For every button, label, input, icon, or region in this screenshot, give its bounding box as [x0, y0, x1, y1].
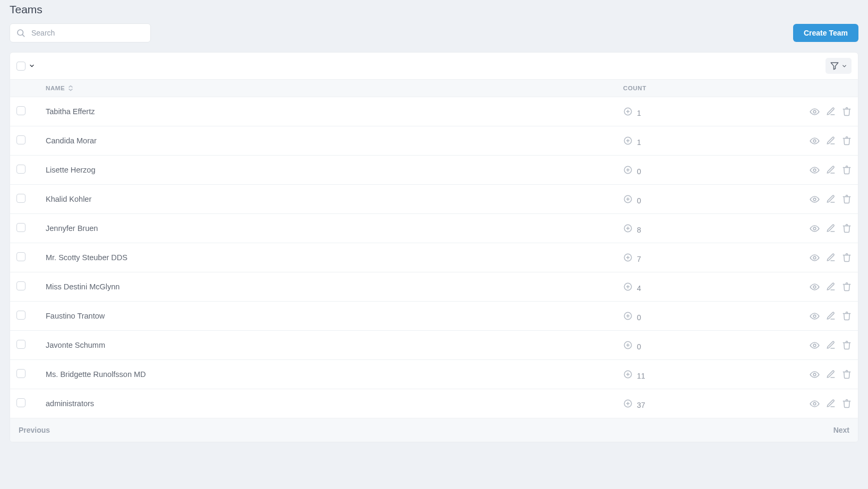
team-name[interactable]: Faustino Trantow: [46, 312, 105, 320]
team-name[interactable]: Mr. Scotty Steuber DDS: [46, 253, 127, 262]
view-icon[interactable]: [810, 224, 820, 234]
view-icon[interactable]: [810, 340, 820, 350]
search-wrap: [10, 23, 151, 42]
team-name[interactable]: Javonte Schumm: [46, 341, 105, 349]
svg-marker-2: [831, 63, 838, 70]
delete-icon[interactable]: [842, 340, 852, 350]
team-name[interactable]: Candida Morar: [46, 136, 97, 145]
add-member-icon[interactable]: [623, 224, 633, 233]
edit-icon[interactable]: [826, 136, 836, 146]
table-row: Mr. Scotty Steuber DDS7: [10, 243, 858, 272]
svg-point-38: [813, 344, 816, 347]
table-header: Name Count: [10, 79, 858, 97]
row-checkbox[interactable]: [16, 340, 25, 349]
row-checkbox[interactable]: [16, 252, 25, 261]
sort-icon[interactable]: [68, 85, 73, 91]
edit-icon[interactable]: [826, 370, 836, 380]
svg-point-34: [813, 315, 816, 318]
select-all-checkbox[interactable]: [16, 62, 25, 71]
row-checkbox[interactable]: [16, 398, 25, 407]
delete-icon[interactable]: [842, 311, 852, 321]
svg-point-30: [813, 286, 816, 288]
view-icon[interactable]: [810, 107, 820, 117]
svg-point-14: [813, 169, 816, 171]
edit-icon[interactable]: [826, 224, 836, 234]
count-value: 11: [637, 372, 645, 380]
search-input[interactable]: [10, 23, 151, 42]
add-member-icon[interactable]: [623, 194, 633, 204]
header-name[interactable]: Name: [46, 85, 65, 91]
add-member-icon[interactable]: [623, 399, 633, 408]
view-icon[interactable]: [810, 194, 820, 204]
delete-icon[interactable]: [842, 136, 852, 146]
delete-icon[interactable]: [842, 282, 852, 292]
team-name[interactable]: administrators: [46, 399, 94, 408]
add-member-icon[interactable]: [623, 370, 633, 379]
row-checkbox[interactable]: [16, 135, 25, 144]
edit-icon[interactable]: [826, 311, 836, 321]
view-icon[interactable]: [810, 165, 820, 175]
edit-icon[interactable]: [826, 340, 836, 350]
view-icon[interactable]: [810, 136, 820, 146]
add-member-icon[interactable]: [623, 311, 633, 321]
row-checkbox[interactable]: [16, 194, 25, 203]
delete-icon[interactable]: [842, 107, 852, 117]
view-icon[interactable]: [810, 311, 820, 321]
table-row: Tabitha Effertz1: [10, 97, 858, 126]
card-top: [10, 53, 858, 79]
add-member-icon[interactable]: [623, 340, 633, 350]
svg-line-1: [22, 35, 24, 37]
delete-icon[interactable]: [842, 165, 852, 175]
view-icon[interactable]: [810, 399, 820, 409]
count-value: 0: [637, 313, 641, 322]
add-member-icon[interactable]: [623, 282, 633, 291]
select-all-menu-toggle[interactable]: [29, 63, 35, 69]
view-icon[interactable]: [810, 253, 820, 263]
delete-icon[interactable]: [842, 399, 852, 409]
edit-icon[interactable]: [826, 399, 836, 409]
row-checkbox[interactable]: [16, 165, 25, 174]
count-value: 1: [637, 109, 641, 117]
delete-icon[interactable]: [842, 194, 852, 204]
row-checkbox[interactable]: [16, 106, 25, 115]
header-count: Count: [623, 85, 646, 91]
previous-link[interactable]: Previous: [19, 426, 50, 434]
team-name[interactable]: Jennyfer Bruen: [46, 224, 98, 233]
team-name[interactable]: Miss Destini McGlynn: [46, 282, 120, 291]
table-row: Miss Destini McGlynn4: [10, 272, 858, 302]
table-row: Jennyfer Bruen8: [10, 214, 858, 243]
add-member-icon[interactable]: [623, 107, 633, 116]
team-name[interactable]: Lisette Herzog: [46, 166, 96, 174]
svg-point-22: [813, 227, 816, 230]
view-icon[interactable]: [810, 282, 820, 292]
delete-icon[interactable]: [842, 370, 852, 380]
view-icon[interactable]: [810, 370, 820, 380]
delete-icon[interactable]: [842, 253, 852, 263]
table-row: Lisette Herzog0: [10, 156, 858, 185]
team-name[interactable]: Tabitha Effertz: [46, 107, 95, 116]
row-checkbox[interactable]: [16, 369, 25, 378]
edit-icon[interactable]: [826, 107, 836, 117]
row-checkbox[interactable]: [16, 281, 25, 290]
add-member-icon[interactable]: [623, 253, 633, 262]
edit-icon[interactable]: [826, 253, 836, 263]
svg-point-10: [813, 140, 816, 142]
add-member-icon[interactable]: [623, 136, 633, 145]
delete-icon[interactable]: [842, 224, 852, 234]
add-member-icon[interactable]: [623, 165, 633, 175]
team-name[interactable]: Khalid Kohler: [46, 195, 91, 203]
row-checkbox[interactable]: [16, 311, 25, 320]
count-value: 0: [637, 342, 641, 351]
edit-icon[interactable]: [826, 165, 836, 175]
count-value: 0: [637, 167, 641, 176]
edit-icon[interactable]: [826, 194, 836, 204]
table-row: Javonte Schumm0: [10, 331, 858, 360]
create-team-button[interactable]: Create Team: [793, 24, 858, 42]
edit-icon[interactable]: [826, 282, 836, 292]
team-name[interactable]: Ms. Bridgette Runolfsson MD: [46, 370, 146, 379]
filter-button[interactable]: [826, 58, 852, 74]
row-checkbox[interactable]: [16, 223, 25, 232]
pagination: Previous Next: [10, 418, 858, 442]
chevron-down-icon: [841, 63, 847, 69]
next-link[interactable]: Next: [833, 426, 849, 434]
